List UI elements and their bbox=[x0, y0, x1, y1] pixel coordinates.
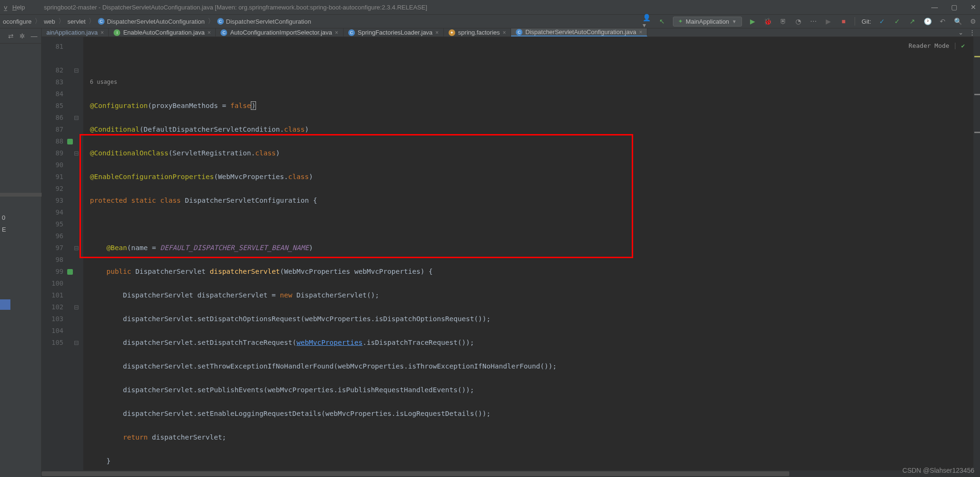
fold-gutter: ⊟ ⊟ ⊟ ⊟ ⊟ ⊟ bbox=[69, 37, 83, 477]
hammer-icon[interactable]: ↖ bbox=[658, 17, 666, 26]
maximize-icon[interactable]: ▢ bbox=[951, 3, 957, 11]
crumb[interactable]: CDispatcherServletConfiguration bbox=[217, 18, 311, 25]
run-gutter-icon[interactable] bbox=[67, 269, 73, 275]
breadcrumb: oconfigure 〉 web 〉 servlet 〉 CDispatcher… bbox=[3, 17, 643, 26]
git-update-icon[interactable]: ✓ bbox=[878, 17, 886, 26]
editor-tab[interactable]: IEnableAutoConfiguration.java× bbox=[109, 28, 216, 36]
close-icon[interactable]: × bbox=[435, 29, 439, 36]
editor-tab[interactable]: ainApplication.java× bbox=[42, 28, 109, 36]
stop-icon[interactable]: ■ bbox=[839, 17, 848, 26]
code-area[interactable]: 6 usages @Configuration(proxyBeanMethods… bbox=[83, 37, 973, 477]
crumb[interactable]: CDispatcherServletAutoConfiguration bbox=[98, 18, 205, 25]
editor-tab[interactable]: ✦spring.factories× bbox=[444, 28, 511, 36]
side-selection bbox=[0, 299, 10, 310]
usages-hint[interactable]: 6 usages bbox=[90, 76, 973, 88]
class-icon: C bbox=[221, 29, 227, 36]
editor-tab[interactable]: CAutoConfigurationImportSelector.java× bbox=[216, 28, 343, 36]
git-history-icon[interactable]: 🕐 bbox=[923, 17, 932, 26]
more-icon: ⋮ bbox=[969, 29, 975, 36]
side-scroll-thumb[interactable] bbox=[0, 193, 42, 197]
git-push-icon[interactable]: ↗ bbox=[908, 17, 917, 26]
window-controls: — ▢ ✕ bbox=[931, 3, 976, 11]
class-icon: C bbox=[348, 29, 355, 36]
side-label: 0 bbox=[2, 214, 5, 221]
scroll-minimap[interactable] bbox=[973, 37, 980, 477]
fold-marker[interactable]: ⊟ bbox=[69, 112, 83, 124]
file-icon: ✦ bbox=[449, 29, 455, 36]
close-icon[interactable]: × bbox=[639, 29, 642, 36]
horizontal-scrollbar[interactable] bbox=[42, 470, 973, 477]
title-bar: v̲ Help springboot2-master - DispatcherS… bbox=[0, 0, 980, 14]
user-icon[interactable]: 👤▾ bbox=[643, 17, 651, 26]
editor-tabs: ainApplication.java× IEnableAutoConfigur… bbox=[42, 28, 980, 37]
git-rollback-icon[interactable]: ↶ bbox=[938, 17, 947, 26]
chevron-right-icon: 〉 bbox=[32, 17, 44, 26]
watermark: CSDN @Slahser123456 bbox=[902, 467, 974, 474]
crumb[interactable]: web bbox=[44, 18, 55, 25]
run-arrow-icon[interactable]: ▶ bbox=[824, 17, 833, 26]
chevron-right-icon: 〉 bbox=[205, 17, 217, 26]
fold-marker[interactable]: ⊟ bbox=[69, 337, 83, 349]
fold-marker[interactable]: ⊟ bbox=[69, 64, 83, 76]
spring-icon: ✦ bbox=[678, 18, 683, 25]
run-icon[interactable]: ▶ bbox=[749, 17, 757, 26]
close-icon[interactable]: × bbox=[100, 29, 104, 36]
search-icon[interactable]: 🔍 bbox=[954, 17, 962, 26]
menu-item[interactable]: v̲ bbox=[4, 4, 8, 11]
fold-marker[interactable]: ⊟ bbox=[69, 147, 83, 159]
run-config-selector[interactable]: ✦ MainApplication ▼ bbox=[673, 17, 742, 27]
expand-icon[interactable]: ⇄ bbox=[8, 32, 14, 40]
close-icon[interactable]: × bbox=[335, 29, 338, 36]
window-title: springboot2-master - DispatcherServletAu… bbox=[25, 4, 931, 11]
editor-tab[interactable]: CSpringFactoriesLoader.java× bbox=[344, 28, 444, 36]
tabs-overflow[interactable]: ⌄⋮ bbox=[954, 28, 980, 36]
more-icon[interactable]: ⋯ bbox=[809, 17, 818, 26]
sidebar-header: ⇄ ✲ — bbox=[0, 28, 41, 44]
profile-icon[interactable]: ◔ bbox=[794, 17, 803, 26]
editor-body: 81 828384 858687 888990 919293 949596 97… bbox=[42, 37, 980, 477]
line-numbers: 81 828384 858687 888990 919293 949596 97… bbox=[42, 37, 69, 477]
crumb[interactable]: servlet bbox=[68, 18, 86, 25]
editor: ainApplication.java× IEnableAutoConfigur… bbox=[42, 28, 980, 477]
reader-mode[interactable]: Reader Mode ✔ bbox=[909, 40, 965, 52]
scrollbar-thumb[interactable] bbox=[42, 471, 789, 476]
chevron-down-icon: ▼ bbox=[732, 19, 737, 24]
nav-bar: oconfigure 〉 web 〉 servlet 〉 CDispatcher… bbox=[0, 14, 980, 28]
debug-icon[interactable]: 🐞 bbox=[764, 17, 772, 26]
menu-help[interactable]: Help bbox=[12, 4, 25, 11]
crumb[interactable]: oconfigure bbox=[3, 18, 32, 25]
coverage-icon[interactable]: ⛨ bbox=[779, 17, 787, 26]
fold-marker[interactable]: ⊟ bbox=[69, 301, 83, 313]
close-icon[interactable]: × bbox=[503, 29, 506, 36]
git-commit-icon[interactable]: ✓ bbox=[893, 17, 901, 26]
class-icon: C bbox=[516, 29, 522, 36]
toolbar-right: 👤▾ ↖ ✦ MainApplication ▼ ▶ 🐞 ⛨ ◔ ⋯ ▶ ■ G… bbox=[643, 17, 977, 27]
chevron-right-icon: 〉 bbox=[86, 17, 98, 26]
settings-icon[interactable]: ⚙ bbox=[969, 17, 977, 26]
close-icon[interactable]: ✕ bbox=[971, 3, 976, 11]
close-icon[interactable]: × bbox=[207, 29, 211, 36]
gear-icon[interactable]: ✲ bbox=[19, 32, 25, 40]
check-icon: ✔ bbox=[961, 40, 965, 52]
side-label: E bbox=[2, 226, 6, 233]
fold-marker[interactable]: ⊟ bbox=[69, 242, 83, 254]
class-icon: C bbox=[98, 18, 105, 25]
chevron-down-icon: ⌄ bbox=[958, 29, 963, 36]
git-label: Git: bbox=[862, 18, 871, 25]
left-sidebar: ⇄ ✲ — 0 E bbox=[0, 28, 42, 477]
editor-tab-active[interactable]: CDispatcherServletAutoConfiguration.java… bbox=[511, 28, 647, 36]
sidebar-content: 0 E bbox=[0, 44, 41, 477]
class-icon: C bbox=[217, 18, 224, 25]
chevron-right-icon: 〉 bbox=[55, 17, 68, 26]
main-menu: v̲ Help bbox=[4, 4, 25, 11]
separator bbox=[855, 17, 855, 26]
main-area: ⇄ ✲ — 0 E ainApplication.java× IEnableAu… bbox=[0, 28, 980, 477]
interface-icon: I bbox=[114, 29, 120, 36]
minimize-icon[interactable]: — bbox=[931, 3, 938, 11]
hide-icon[interactable]: — bbox=[31, 32, 37, 40]
run-config-label: MainApplication bbox=[686, 18, 729, 25]
run-gutter-icon[interactable] bbox=[67, 139, 73, 144]
